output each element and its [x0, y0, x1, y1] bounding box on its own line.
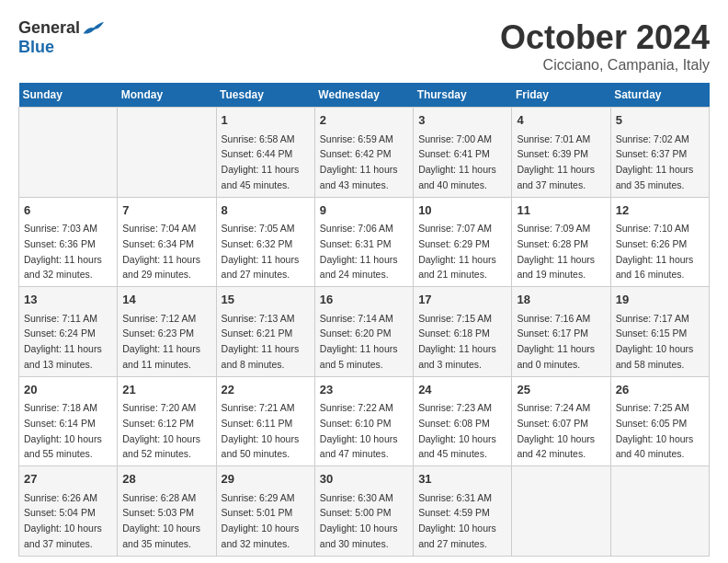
day-info: Sunrise: 7:10 AM Sunset: 6:26 PM Dayligh… — [616, 223, 694, 280]
calendar-day-cell: 14Sunrise: 7:12 AM Sunset: 6:23 PM Dayli… — [118, 287, 216, 377]
calendar-day-cell — [512, 466, 610, 557]
calendar-day-cell — [19, 108, 118, 198]
calendar-day-cell: 2Sunrise: 6:59 AM Sunset: 6:42 PM Daylig… — [314, 108, 413, 198]
calendar-day-cell: 29Sunrise: 6:29 AM Sunset: 5:01 PM Dayli… — [216, 466, 314, 557]
calendar-day-cell: 6Sunrise: 7:03 AM Sunset: 6:36 PM Daylig… — [19, 197, 118, 287]
day-info: Sunrise: 6:28 AM Sunset: 5:03 PM Dayligh… — [122, 492, 200, 549]
calendar-day-cell: 30Sunrise: 6:30 AM Sunset: 5:00 PM Dayli… — [314, 466, 413, 557]
month-title: October 2024 — [500, 18, 710, 57]
calendar-day-cell: 5Sunrise: 7:02 AM Sunset: 6:37 PM Daylig… — [610, 108, 709, 198]
day-number: 6 — [24, 201, 112, 220]
day-info: Sunrise: 7:21 AM Sunset: 6:11 PM Dayligh… — [222, 402, 300, 459]
calendar-week-row: 13Sunrise: 7:11 AM Sunset: 6:24 PM Dayli… — [19, 287, 710, 377]
day-info: Sunrise: 7:15 AM Sunset: 6:18 PM Dayligh… — [418, 313, 496, 370]
calendar-body: 1Sunrise: 6:58 AM Sunset: 6:44 PM Daylig… — [19, 108, 710, 557]
calendar-day-cell: 8Sunrise: 7:05 AM Sunset: 6:32 PM Daylig… — [216, 197, 314, 287]
calendar-day-cell: 1Sunrise: 6:58 AM Sunset: 6:44 PM Daylig… — [216, 108, 314, 198]
day-info: Sunrise: 7:04 AM Sunset: 6:34 PM Dayligh… — [122, 223, 200, 280]
day-info: Sunrise: 7:23 AM Sunset: 6:08 PM Dayligh… — [418, 402, 496, 459]
day-of-week-header: Saturday — [610, 83, 709, 108]
day-number: 29 — [222, 470, 310, 488]
calendar-day-cell: 21Sunrise: 7:20 AM Sunset: 6:12 PM Dayli… — [118, 376, 216, 466]
day-number: 3 — [418, 111, 506, 130]
day-number: 22 — [222, 381, 310, 399]
day-info: Sunrise: 6:26 AM Sunset: 5:04 PM Dayligh… — [24, 492, 102, 549]
day-of-week-header: Monday — [118, 83, 216, 108]
day-number: 31 — [418, 470, 506, 488]
calendar-day-cell: 4Sunrise: 7:01 AM Sunset: 6:39 PM Daylig… — [512, 108, 610, 198]
calendar-day-cell: 24Sunrise: 7:23 AM Sunset: 6:08 PM Dayli… — [414, 376, 512, 466]
logo-bird-icon — [82, 20, 104, 37]
calendar-day-cell: 27Sunrise: 6:26 AM Sunset: 5:04 PM Dayli… — [19, 466, 118, 557]
day-of-week-header: Thursday — [414, 83, 512, 108]
calendar-header: SundayMondayTuesdayWednesdayThursdayFrid… — [19, 83, 710, 108]
day-info: Sunrise: 6:30 AM Sunset: 5:00 PM Dayligh… — [320, 492, 398, 549]
calendar-day-cell: 25Sunrise: 7:24 AM Sunset: 6:07 PM Dayli… — [512, 376, 610, 466]
day-of-week-header: Wednesday — [314, 83, 413, 108]
day-number: 26 — [616, 381, 704, 399]
day-info: Sunrise: 7:03 AM Sunset: 6:36 PM Dayligh… — [24, 223, 102, 280]
calendar-day-cell: 28Sunrise: 6:28 AM Sunset: 5:03 PM Dayli… — [118, 466, 216, 557]
day-number: 24 — [418, 381, 506, 399]
calendar-day-cell: 22Sunrise: 7:21 AM Sunset: 6:11 PM Dayli… — [216, 376, 314, 466]
page-header: General Blue October 2024 Cicciano, Camp… — [18, 18, 710, 74]
calendar-day-cell: 18Sunrise: 7:16 AM Sunset: 6:17 PM Dayli… — [512, 287, 610, 377]
day-info: Sunrise: 7:02 AM Sunset: 6:37 PM Dayligh… — [616, 133, 694, 190]
day-info: Sunrise: 7:20 AM Sunset: 6:12 PM Dayligh… — [122, 402, 200, 459]
calendar-day-cell: 11Sunrise: 7:09 AM Sunset: 6:28 PM Dayli… — [512, 197, 610, 287]
calendar-day-cell: 12Sunrise: 7:10 AM Sunset: 6:26 PM Dayli… — [610, 197, 709, 287]
calendar-day-cell: 31Sunrise: 6:31 AM Sunset: 4:59 PM Dayli… — [414, 466, 512, 557]
day-info: Sunrise: 6:29 AM Sunset: 5:01 PM Dayligh… — [222, 492, 300, 549]
day-info: Sunrise: 7:13 AM Sunset: 6:21 PM Dayligh… — [222, 313, 300, 370]
calendar-day-cell: 9Sunrise: 7:06 AM Sunset: 6:31 PM Daylig… — [314, 197, 413, 287]
day-number: 4 — [517, 111, 605, 130]
day-info: Sunrise: 7:14 AM Sunset: 6:20 PM Dayligh… — [320, 313, 398, 370]
location-text: Cicciano, Campania, Italy — [500, 57, 710, 74]
calendar-week-row: 6Sunrise: 7:03 AM Sunset: 6:36 PM Daylig… — [19, 197, 710, 287]
day-info: Sunrise: 7:18 AM Sunset: 6:14 PM Dayligh… — [24, 402, 102, 459]
day-number: 28 — [122, 470, 210, 488]
day-number: 13 — [24, 291, 112, 309]
day-number: 12 — [616, 201, 704, 220]
calendar-day-cell: 19Sunrise: 7:17 AM Sunset: 6:15 PM Dayli… — [610, 287, 709, 377]
header-row: SundayMondayTuesdayWednesdayThursdayFrid… — [19, 83, 710, 108]
calendar-day-cell — [118, 108, 216, 198]
calendar-day-cell: 20Sunrise: 7:18 AM Sunset: 6:14 PM Dayli… — [19, 376, 118, 466]
day-info: Sunrise: 6:59 AM Sunset: 6:42 PM Dayligh… — [320, 133, 398, 190]
day-of-week-header: Tuesday — [216, 83, 314, 108]
day-info: Sunrise: 7:01 AM Sunset: 6:39 PM Dayligh… — [517, 133, 595, 190]
day-number: 14 — [122, 291, 210, 309]
logo-general-text: General — [18, 18, 80, 38]
day-info: Sunrise: 7:05 AM Sunset: 6:32 PM Dayligh… — [222, 223, 300, 280]
day-info: Sunrise: 7:22 AM Sunset: 6:10 PM Dayligh… — [320, 402, 398, 459]
calendar-week-row: 27Sunrise: 6:26 AM Sunset: 5:04 PM Dayli… — [19, 466, 710, 557]
day-of-week-header: Friday — [512, 83, 610, 108]
day-info: Sunrise: 7:24 AM Sunset: 6:07 PM Dayligh… — [517, 402, 595, 459]
day-info: Sunrise: 7:17 AM Sunset: 6:15 PM Dayligh… — [616, 313, 694, 370]
day-number: 19 — [616, 291, 704, 309]
day-info: Sunrise: 7:00 AM Sunset: 6:41 PM Dayligh… — [418, 133, 496, 190]
day-number: 9 — [320, 201, 408, 220]
day-number: 17 — [418, 291, 506, 309]
day-info: Sunrise: 7:07 AM Sunset: 6:29 PM Dayligh… — [418, 223, 496, 280]
day-number: 7 — [122, 201, 210, 220]
day-number: 30 — [320, 470, 408, 488]
calendar-day-cell — [610, 466, 709, 557]
calendar-day-cell: 3Sunrise: 7:00 AM Sunset: 6:41 PM Daylig… — [414, 108, 512, 198]
day-info: Sunrise: 7:12 AM Sunset: 6:23 PM Dayligh… — [122, 313, 200, 370]
calendar-day-cell: 26Sunrise: 7:25 AM Sunset: 6:05 PM Dayli… — [610, 376, 709, 466]
calendar-table: SundayMondayTuesdayWednesdayThursdayFrid… — [18, 83, 710, 557]
calendar-day-cell: 23Sunrise: 7:22 AM Sunset: 6:10 PM Dayli… — [314, 376, 413, 466]
day-number: 27 — [24, 470, 112, 488]
title-block: October 2024 Cicciano, Campania, Italy — [500, 18, 710, 74]
day-number: 5 — [616, 111, 704, 130]
day-info: Sunrise: 6:31 AM Sunset: 4:59 PM Dayligh… — [418, 492, 496, 549]
day-info: Sunrise: 6:58 AM Sunset: 6:44 PM Dayligh… — [222, 133, 300, 190]
day-info: Sunrise: 7:11 AM Sunset: 6:24 PM Dayligh… — [24, 313, 102, 370]
day-number: 25 — [517, 381, 605, 399]
day-number: 1 — [222, 111, 310, 130]
calendar-week-row: 20Sunrise: 7:18 AM Sunset: 6:14 PM Dayli… — [19, 376, 710, 466]
day-number: 2 — [320, 111, 408, 130]
calendar-day-cell: 16Sunrise: 7:14 AM Sunset: 6:20 PM Dayli… — [314, 287, 413, 377]
day-number: 11 — [517, 201, 605, 220]
